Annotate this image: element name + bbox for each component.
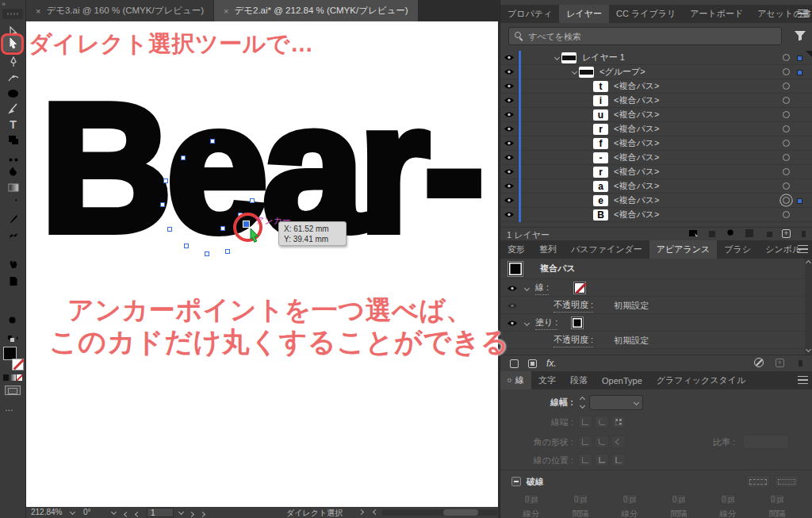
layer-row-path-B[interactable]: B <複合パス> <box>500 208 812 222</box>
layer-row-path-e[interactable]: e <複合パス> <box>500 194 812 208</box>
layer-thumbnail[interactable] <box>561 52 576 63</box>
rotation-value[interactable]: 0° <box>83 508 91 516</box>
zoom-level[interactable]: 212.84% <box>31 508 62 516</box>
expander-icon[interactable] <box>524 285 530 290</box>
round-cap-button[interactable] <box>595 416 609 428</box>
rotation-dropdown-icon[interactable] <box>111 509 117 515</box>
appearance-opacity-row[interactable]: 不透明度 : 初期設定 <box>500 297 806 314</box>
appearance-opacity-row2[interactable]: 不透明度 : 初期設定 <box>500 332 806 349</box>
layer-name[interactable]: <複合パス> <box>614 194 659 206</box>
anchor-point[interactable] <box>225 249 230 254</box>
layer-thumbnail[interactable]: B <box>593 209 608 221</box>
pen-tool-icon[interactable] <box>3 54 23 71</box>
layer-row-path-u[interactable]: u <複合パス> <box>500 108 812 122</box>
projecting-cap-button[interactable] <box>611 416 626 428</box>
align-inside-button[interactable] <box>595 454 609 466</box>
target-circle[interactable] <box>783 125 790 132</box>
target-circle[interactable] <box>783 82 790 90</box>
filter-icon[interactable] <box>794 30 806 41</box>
visibility-eye-icon[interactable] <box>504 285 520 292</box>
visibility-eye-icon[interactable] <box>500 197 518 204</box>
tab-layers[interactable]: レイヤー <box>559 5 609 23</box>
delete-item-icon[interactable] <box>796 358 805 367</box>
panel-menu-icon[interactable] <box>798 245 808 253</box>
artboard-number-field[interactable] <box>147 508 174 517</box>
appearance-scrollbar[interactable] <box>805 259 812 355</box>
status-expand-icon[interactable] <box>358 509 364 515</box>
fill-link[interactable]: 塗り : <box>535 317 557 330</box>
layer-row-path-a[interactable]: a <複合パス> <box>500 179 812 194</box>
tab-pathfinder[interactable]: パスファインダー <box>564 240 649 259</box>
layer-row-path-t[interactable]: t <複合パス> <box>500 79 812 94</box>
layer-row-path-i[interactable]: i <複合パス> <box>500 94 812 108</box>
gap-field[interactable]: 0 pt <box>770 494 785 505</box>
artboard-tool-icon[interactable] <box>3 132 23 148</box>
color-button[interactable] <box>3 374 9 381</box>
layer-name[interactable]: <複合パス> <box>614 166 659 178</box>
layer-thumbnail[interactable]: a <box>593 181 608 192</box>
visibility-eye-icon[interactable] <box>500 97 518 104</box>
layer-thumbnail[interactable]: t <box>593 81 608 92</box>
layer-name[interactable]: <複合パス> <box>614 109 659 121</box>
layer-thumbnail[interactable]: - <box>593 152 608 163</box>
visibility-eye-icon[interactable] <box>500 54 518 61</box>
zoom-tool-icon[interactable] <box>3 313 23 329</box>
stroke-link[interactable]: 線 : <box>535 282 549 295</box>
align-outside-button[interactable] <box>611 454 626 466</box>
collect-export-icon[interactable] <box>708 228 718 238</box>
next-page-icon[interactable] <box>190 509 193 518</box>
miter-join-button[interactable] <box>578 436 592 448</box>
toolbar-expand-icon[interactable]: » <box>2 0 5 8</box>
toolbar-more-icon[interactable]: … <box>5 403 14 412</box>
preserve-dash-button[interactable] <box>746 475 770 488</box>
layer-row-group[interactable]: <グループ> <box>500 65 812 79</box>
visibility-eye-icon[interactable] <box>500 182 518 190</box>
clipping-mask-icon[interactable] <box>745 228 754 238</box>
horizontal-scrollbar[interactable] <box>381 509 507 516</box>
target-circle[interactable] <box>783 182 790 190</box>
expander-icon[interactable] <box>572 69 577 75</box>
tab-opentype[interactable]: OpenType <box>595 371 649 389</box>
blend-tool-icon[interactable] <box>3 227 23 244</box>
layer-name[interactable]: <グループ> <box>599 66 645 78</box>
target-circle[interactable] <box>783 140 790 147</box>
rotate-tool-icon[interactable] <box>3 163 23 180</box>
layer-thumbnail[interactable] <box>579 67 594 78</box>
layer-row-path-f[interactable]: f <複合パス> <box>500 136 812 151</box>
locate-object-icon[interactable] <box>688 228 699 238</box>
layer-name[interactable]: <複合パス> <box>614 209 659 221</box>
dash-field[interactable]: 0 pt <box>721 494 736 505</box>
layer-name[interactable]: <複合パス> <box>614 123 659 135</box>
scissors-tool-icon[interactable] <box>3 148 23 164</box>
fill-stroke-indicator[interactable] <box>3 347 24 370</box>
appearance-stroke-row[interactable]: 線 : <box>500 280 806 297</box>
visibility-eye-icon[interactable] <box>500 125 518 132</box>
search-layers-icon[interactable] <box>726 228 736 238</box>
bevel-join-button[interactable] <box>611 436 626 448</box>
prev-page-icon[interactable] <box>136 509 140 518</box>
type-tool-icon[interactable]: T <box>3 116 23 132</box>
stroke-swatch-none[interactable] <box>12 359 24 370</box>
eyedropper-tool-icon[interactable] <box>3 211 23 228</box>
target-circle[interactable] <box>783 54 790 61</box>
close-icon[interactable]: × <box>224 6 228 16</box>
target-circle[interactable] <box>783 168 790 175</box>
zoom-dropdown-icon[interactable] <box>70 509 75 515</box>
anchor-point[interactable] <box>160 202 165 207</box>
dash-field[interactable]: 0 pt <box>524 494 539 505</box>
none-button[interactable] <box>17 374 22 381</box>
layer-thumbnail[interactable]: f <box>593 138 608 149</box>
gradient-button[interactable] <box>10 374 15 381</box>
opacity-link[interactable]: 不透明度 : <box>553 299 593 313</box>
round-join-button[interactable] <box>595 436 609 448</box>
artboard-page-icon[interactable] <box>3 273 23 290</box>
stroke-weight-combo[interactable] <box>589 395 643 410</box>
toolbar-grip[interactable] <box>2 9 23 19</box>
tab-graphic-styles[interactable]: グラフィックスタイル <box>649 371 753 389</box>
drawing-mode-button[interactable] <box>5 386 21 395</box>
target-circle[interactable] <box>783 211 790 218</box>
align-center-button[interactable] <box>578 454 592 466</box>
add-stroke-icon[interactable] <box>510 359 519 368</box>
gradient-tool-icon[interactable] <box>3 179 23 196</box>
document-tab-demo3[interactable]: × デモ3.ai @ 160 % (CMYK/プレビュー) <box>26 0 214 21</box>
